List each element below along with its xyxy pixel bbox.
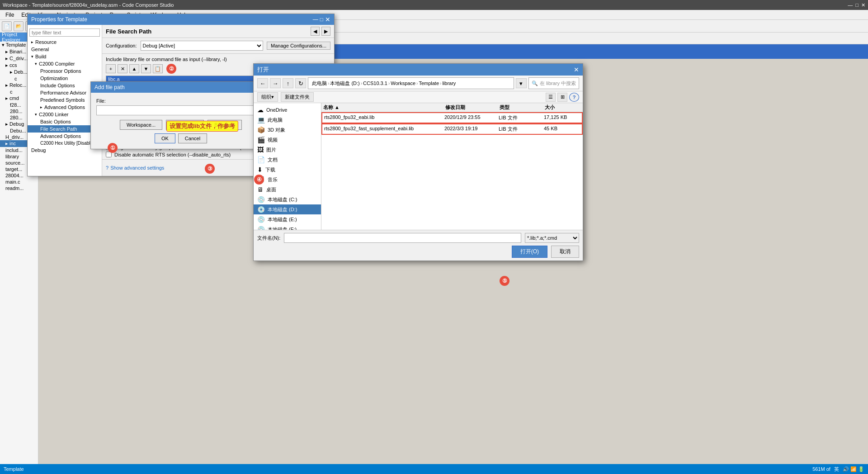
open-nav-drivd[interactable]: 💿 本地磁盘 (D:) bbox=[254, 204, 321, 214]
col-type[interactable]: 类型 bbox=[500, 104, 545, 111]
open-nav-pictures[interactable]: 🖼 图片 bbox=[254, 145, 321, 155]
help-icon-btn[interactable]: ? bbox=[569, 93, 579, 102]
prop-nav-c2000compiler[interactable]: ▾C2000 Compiler bbox=[28, 60, 102, 67]
breadcrumb-sep4: › bbox=[416, 81, 418, 86]
onedrive-icon: ☁ bbox=[257, 106, 264, 114]
new-folder-btn[interactable]: 新建文件夹 bbox=[281, 92, 314, 102]
dialog-open-close[interactable]: ✕ bbox=[574, 66, 579, 73]
dialog-properties-close[interactable]: ✕ bbox=[325, 16, 330, 23]
menu-file[interactable]: File bbox=[2, 11, 18, 19]
lib-down-btn[interactable]: ▼ bbox=[141, 64, 151, 73]
open-nav-desktop[interactable]: 🖥 桌面 bbox=[254, 185, 321, 194]
dialog-addfile: Add file path ✕ File: Workspace... Varia… bbox=[90, 81, 271, 149]
toolbar-new[interactable]: 📄 bbox=[2, 21, 12, 31]
help-link[interactable]: ? Show advanced settings bbox=[106, 165, 164, 171]
prop-nav-search[interactable] bbox=[29, 28, 100, 37]
minimize-btn[interactable]: — bbox=[848, 2, 853, 8]
pictures-icon: 🖼 bbox=[257, 146, 264, 153]
dialog-addfile-title: Add file path bbox=[94, 84, 125, 90]
config-select[interactable]: Debug [Active] bbox=[141, 41, 264, 51]
prop-nav-general[interactable]: General bbox=[28, 46, 102, 53]
desktop-icon: 🖥 bbox=[257, 186, 264, 193]
tree-item-mainc[interactable]: main.c bbox=[0, 179, 38, 185]
open-action-btns: 打开(O) 取消 bbox=[257, 246, 579, 258]
prop-content-nav-btns: ◀ ▶ bbox=[311, 27, 330, 36]
view-toggle: ☰ ⊞ ? bbox=[546, 93, 579, 102]
search-box: 🔍 在 library 中搜索 bbox=[528, 77, 579, 89]
breadcrumb-dropdown-btn[interactable]: ▾ bbox=[516, 78, 527, 88]
open-refresh-btn[interactable]: ↻ bbox=[295, 78, 306, 88]
lib-remove-btn[interactable]: ✕ bbox=[118, 64, 127, 73]
dialog-addfile-header: Add file path ✕ bbox=[91, 82, 271, 93]
addfile-cancel-btn[interactable]: Cancel bbox=[178, 133, 207, 143]
open-open-btn[interactable]: 打开(O) bbox=[512, 246, 547, 258]
app-titlebar: Workspace - Template/source/f28004x_usde… bbox=[0, 0, 868, 10]
prop-nav-build[interactable]: ▾Build bbox=[28, 53, 102, 60]
view-grid-btn[interactable]: ⊞ bbox=[557, 93, 567, 102]
3dobj-label: 3D 对象 bbox=[268, 127, 285, 133]
filetype-select[interactable]: *.lib;*.a;*.cmd bbox=[525, 233, 579, 243]
file-type-rts1: LIB 文件 bbox=[499, 114, 544, 121]
prop-nav-back[interactable]: ◀ bbox=[311, 27, 320, 36]
toolbar-open[interactable]: 📂 bbox=[14, 21, 24, 31]
open-nav-drivf[interactable]: 💿 本地磁盘 (F:) bbox=[254, 224, 321, 230]
drivc-label: 本地磁盘 (C:) bbox=[268, 196, 297, 203]
lib-add-btn[interactable]: + bbox=[106, 64, 116, 73]
downloads-label: 下载 bbox=[265, 166, 275, 173]
open-up-btn[interactable]: ↑ bbox=[283, 78, 293, 88]
open-cancel-btn[interactable]: 取消 bbox=[551, 246, 579, 258]
breadcrumb-workspace: Workspace bbox=[391, 81, 415, 86]
open-nav-video[interactable]: 🎬 视频 bbox=[254, 135, 321, 145]
dialog-open-title: 打开 bbox=[257, 66, 269, 74]
addfile-file-label: File: bbox=[96, 98, 265, 104]
addfile-ok-btn[interactable]: OK bbox=[155, 133, 175, 143]
prop-nav-optimization[interactable]: Optimization bbox=[28, 75, 102, 82]
thispc-label: 此电脑 bbox=[268, 117, 283, 123]
open-nav-docs[interactable]: 📄 文档 bbox=[254, 155, 321, 165]
close-btn[interactable]: ✕ bbox=[861, 2, 865, 8]
annotation-circle-5: ⑤ bbox=[500, 276, 509, 286]
open-nav-thispc[interactable]: 💻 此电脑 bbox=[254, 115, 321, 125]
prop-content-title: File Search Path bbox=[106, 28, 151, 35]
prop-nav-forward[interactable]: ▶ bbox=[321, 27, 330, 36]
prop-nav-resource[interactable]: ▸Resource bbox=[28, 38, 102, 46]
addfile-workspace-btn[interactable]: Workspace... bbox=[120, 120, 162, 130]
col-size[interactable]: 大小 bbox=[545, 104, 581, 111]
organize-btn[interactable]: 组织▾ bbox=[257, 92, 278, 102]
dialog-properties-title: Properties for Template bbox=[31, 16, 87, 23]
lib-copy-btn[interactable]: 📋 bbox=[153, 64, 163, 73]
open-forward-btn[interactable]: → bbox=[270, 78, 281, 88]
breadcrumb-sep1: › bbox=[328, 81, 329, 86]
drivd-label: 本地磁盘 (D:) bbox=[268, 206, 297, 213]
open-nav-drive[interactable]: 💿 本地磁盘 (E:) bbox=[254, 214, 321, 224]
maximize-btn[interactable]: □ bbox=[855, 2, 859, 8]
annotation-circle-4: ④ bbox=[254, 175, 264, 185]
addfile-input[interactable] bbox=[96, 105, 265, 115]
manage-configurations-btn[interactable]: Manage Configurations... bbox=[267, 42, 330, 50]
tree-item-readme[interactable]: readm... bbox=[0, 185, 38, 191]
drivf-icon: 💿 bbox=[257, 226, 265, 230]
open-nav-onedrive[interactable]: ☁ OneDrive bbox=[254, 105, 321, 115]
col-name[interactable]: 名称 ▲ bbox=[323, 104, 445, 111]
dialog-open-titlebar: 打开 ✕ bbox=[254, 64, 583, 76]
file-row-rts1[interactable]: rts2800_fpu32_eabi.lib 2020/12/9 23:55 L… bbox=[321, 112, 583, 123]
drivf-label: 本地磁盘 (F:) bbox=[268, 226, 297, 230]
file-size-rts2: 45 KB bbox=[544, 126, 580, 133]
annotation-note: 设置完成lib文件，作参考 bbox=[166, 121, 238, 132]
file-row-rts2[interactable]: rts2800_fpu32_fast_supplement_eabi.lib 2… bbox=[321, 123, 583, 135]
col-date[interactable]: 修改日期 bbox=[445, 104, 500, 111]
view-list-btn[interactable]: ☰ bbox=[546, 93, 556, 102]
open-nav-downloads[interactable]: ⬇ 下载 bbox=[254, 165, 321, 175]
filename-input[interactable] bbox=[284, 233, 521, 243]
breadcrumb-ccs: CCS10.3.1 bbox=[363, 81, 387, 86]
dialog-properties-max[interactable]: □ bbox=[320, 16, 323, 23]
dialog-properties-min[interactable]: — bbox=[313, 16, 318, 23]
prop-nav-processor-options[interactable]: Processor Options bbox=[28, 67, 102, 75]
open-back-btn[interactable]: ← bbox=[257, 78, 268, 88]
open-file-area: 名称 ▲ 修改日期 类型 大小 rts2800_fpu32_eabi.lib 2… bbox=[321, 103, 583, 230]
open-nav-drivc[interactable]: 💿 本地磁盘 (C:) bbox=[254, 194, 321, 204]
open-nav-3dobj[interactable]: 📦 3D 对象 bbox=[254, 125, 321, 135]
desktop-label: 桌面 bbox=[266, 186, 276, 193]
window-controls[interactable]: — □ ✕ bbox=[848, 2, 865, 8]
lib-up-btn[interactable]: ▲ bbox=[129, 64, 139, 73]
